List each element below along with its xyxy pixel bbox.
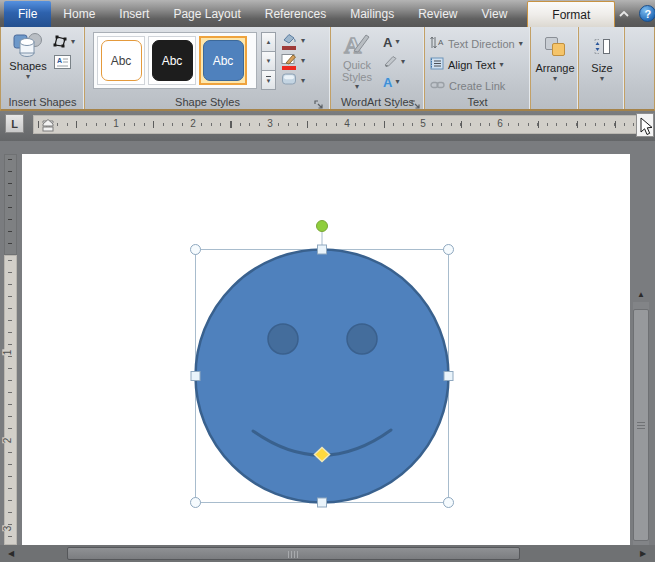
ruler-number: 1 <box>111 118 121 129</box>
shape-style-preview-1[interactable]: Abc <box>97 36 145 85</box>
mouse-cursor <box>640 117 653 140</box>
minimize-ribbon-button[interactable] <box>615 6 633 21</box>
ribbon-tab-bar: File Home Insert Page Layout References … <box>0 0 655 27</box>
gallery-scroll-up-button[interactable]: ▲ <box>261 32 276 52</box>
smiley-face-circle[interactable] <box>196 250 449 503</box>
resize-handle-top-right[interactable] <box>444 245 454 255</box>
left-arrow-icon: ◀ <box>8 549 14 558</box>
ruler-half-ticks <box>38 121 635 128</box>
shape-format-buttons: ▾ ▾ <box>281 31 329 91</box>
text-outline-button[interactable]: ▾ <box>383 52 419 72</box>
quick-styles-button[interactable]: A Quick Styles ▾ <box>335 31 379 91</box>
tab-mailings[interactable]: Mailings <box>338 1 406 27</box>
resize-handle-top-left[interactable] <box>191 245 201 255</box>
chevron-up-icon <box>619 11 629 17</box>
horizontal-ruler: 1 2 3 4 5 6 <box>33 115 640 134</box>
tab-stop-selector[interactable]: L <box>5 114 24 133</box>
resize-handle-top[interactable] <box>318 245 327 254</box>
shape-style-gallery: Abc Abc Abc <box>93 32 257 89</box>
shapes-button[interactable]: Shapes ▾ <box>6 31 50 91</box>
chevron-down-icon: ▾ <box>301 57 305 65</box>
shape-effects-icon <box>281 72 297 90</box>
text-effects-button[interactable]: A ▾ <box>383 72 419 92</box>
text-direction-icon: A <box>430 36 444 51</box>
scroll-left-button[interactable]: ◀ <box>4 547 18 560</box>
tab-view[interactable]: View <box>470 1 520 27</box>
group-shape-styles: Abc Abc Abc ▲ ▼ ▼ <box>85 27 331 109</box>
shape-outline-button[interactable]: ▾ <box>281 51 329 71</box>
style-chip: Abc <box>203 40 244 81</box>
smiley-shape[interactable] <box>196 250 449 503</box>
ruler-bar: L 1 2 3 4 5 6 <box>0 111 655 141</box>
scroll-up-button[interactable]: ▲ <box>632 287 650 301</box>
quick-styles-label: Quick Styles <box>335 59 379 83</box>
ribbon-format-tab: Shapes ▾ ▾ A <box>0 27 655 111</box>
tab-references[interactable]: References <box>253 1 338 27</box>
tab-home[interactable]: Home <box>51 1 107 27</box>
shape-style-preview-3-selected[interactable]: Abc <box>199 36 247 85</box>
dialog-launcher-icon <box>411 100 421 110</box>
shape-effects-button[interactable]: ▾ <box>281 71 329 91</box>
text-direction-button[interactable]: A Text Direction ▾ <box>430 33 530 54</box>
resize-handle-left[interactable] <box>191 372 200 381</box>
resize-handle-bottom-left[interactable] <box>191 498 201 508</box>
resize-handle-bottom[interactable] <box>318 498 327 507</box>
tab-page-layout[interactable]: Page Layout <box>161 1 252 27</box>
create-link-button[interactable]: Create Link <box>430 75 530 96</box>
gallery-more-button[interactable]: ▼ <box>261 70 276 90</box>
align-text-button[interactable]: Align Text ▾ <box>430 54 530 75</box>
help-button[interactable]: ? <box>639 5 655 22</box>
text-effects-icon: A <box>383 76 392 89</box>
tab-bar-controls: ? <box>615 0 655 27</box>
group-insert-shapes: Shapes ▾ ▾ A <box>1 27 85 109</box>
ruler-number: 5 <box>418 118 428 129</box>
shape-fill-button[interactable]: ▾ <box>281 31 329 51</box>
gallery-scroll-down-button[interactable]: ▼ <box>261 51 276 71</box>
size-label: Size <box>591 62 612 74</box>
tab-review[interactable]: Review <box>406 1 469 27</box>
ribbon-empty-area <box>625 27 654 109</box>
edit-shape-button[interactable]: ▾ <box>52 34 75 49</box>
smiley-right-eye <box>347 324 377 354</box>
thumb-grip <box>637 422 645 430</box>
hanging-indent-marker[interactable] <box>42 118 54 136</box>
ruler-number: 6 <box>495 118 505 129</box>
more-styles-icon: ▼ <box>266 76 272 84</box>
shape-style-preview-2[interactable]: Abc <box>148 36 196 85</box>
text-outline-icon <box>383 53 398 71</box>
text-box-icon: A <box>54 55 71 69</box>
text-group-buttons: A Text Direction ▾ <box>430 33 530 96</box>
text-fill-button[interactable]: A ▾ <box>383 32 419 52</box>
chevron-down-icon: ▾ <box>301 37 305 45</box>
group-label-text: Text <box>425 96 530 108</box>
tab-file[interactable]: File <box>4 1 51 27</box>
tab-insert[interactable]: Insert <box>107 1 161 27</box>
vertical-scrollbar: ▲ ▼ <box>632 282 650 545</box>
group-text: A Text Direction ▾ <box>425 27 531 109</box>
resize-handle-bottom-right[interactable] <box>444 498 454 508</box>
gallery-scroll-strip: ▲ ▼ ▼ <box>261 32 276 89</box>
up-arrow-icon: ▲ <box>266 39 272 45</box>
document-area: 1 2 3 <box>0 141 655 545</box>
thumb-grip <box>288 551 300 558</box>
text-box-button[interactable]: A <box>54 55 71 73</box>
chevron-down-icon: ▾ <box>301 77 305 85</box>
shape-styles-dialog-launcher[interactable] <box>314 96 324 106</box>
resize-handle-right[interactable] <box>444 372 453 381</box>
vertical-scrollbar-thumb[interactable] <box>633 309 649 541</box>
word-window: File Home Insert Page Layout References … <box>0 0 655 562</box>
wordart-styles-dialog-launcher[interactable] <box>411 96 421 106</box>
text-fill-icon: A <box>383 36 392 49</box>
shapes-label: Shapes <box>9 60 46 72</box>
scroll-right-button[interactable]: ▶ <box>636 547 650 560</box>
size-button[interactable]: Size ▾ <box>582 33 622 83</box>
arrange-label: Arrange <box>535 62 574 74</box>
chevron-down-icon: ▾ <box>500 61 504 69</box>
svg-text:A: A <box>438 38 444 47</box>
tab-format-active[interactable]: Format <box>527 1 615 27</box>
rotation-handle[interactable] <box>317 221 328 232</box>
horizontal-scrollbar-thumb[interactable] <box>67 547 520 560</box>
arrange-button[interactable]: Arrange ▾ <box>534 33 576 83</box>
quick-styles-icon: A <box>342 31 372 59</box>
shapes-icon <box>12 31 44 57</box>
